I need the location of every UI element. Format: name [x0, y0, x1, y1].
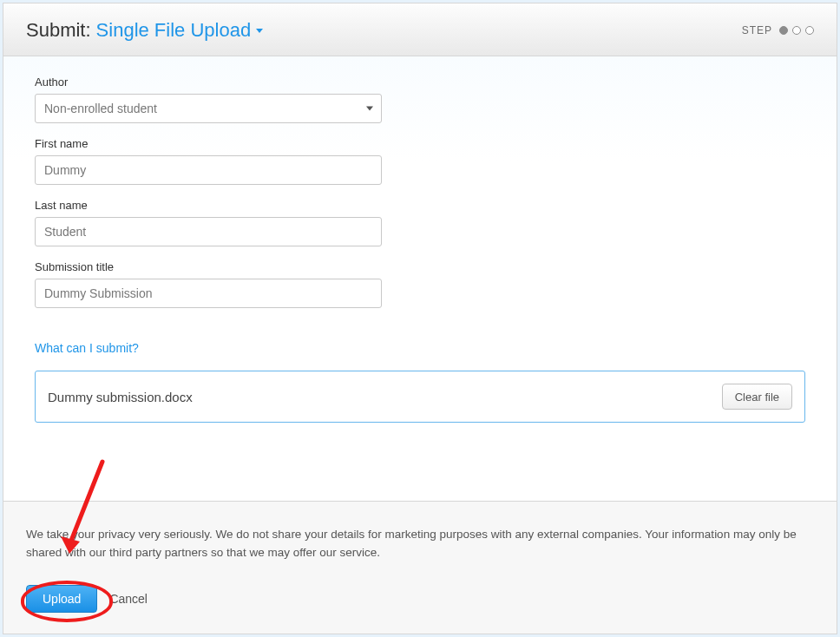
submission-title-group: Submission title [35, 260, 382, 308]
step-dots [779, 26, 814, 35]
upload-button[interactable]: Upload [26, 585, 97, 613]
last-name-label: Last name [35, 199, 382, 212]
help-link[interactable]: What can I submit? [35, 341, 139, 355]
privacy-text: We take your privacy very seriously. We … [26, 526, 814, 562]
selected-file-box: Dummy submission.docx Clear file [35, 371, 805, 423]
mode-label: Single File Upload [96, 19, 252, 42]
step-dot-2 [792, 26, 801, 35]
panel-body: Author Non-enrolled student First name L… [3, 56, 837, 501]
step-dot-3 [805, 26, 814, 35]
submission-title-label: Submission title [35, 260, 382, 273]
first-name-label: First name [35, 137, 382, 150]
cancel-button[interactable]: Cancel [109, 592, 148, 606]
author-group: Author Non-enrolled student [35, 76, 382, 123]
footer-actions: Upload Cancel [26, 585, 814, 613]
submission-title-input[interactable] [35, 279, 382, 308]
step-label: STEP [742, 24, 772, 36]
header-title: Submit: Single File Upload [26, 19, 263, 42]
first-name-input[interactable] [35, 155, 382, 185]
last-name-group: Last name [35, 199, 382, 246]
clear-file-button[interactable]: Clear file [722, 384, 792, 410]
step-dot-1 [779, 26, 788, 35]
mode-dropdown[interactable]: Single File Upload [96, 19, 264, 42]
author-select[interactable]: Non-enrolled student [35, 94, 382, 123]
panel-footer: We take your privacy very seriously. We … [3, 501, 837, 634]
caret-down-icon [256, 29, 263, 33]
first-name-group: First name [35, 137, 382, 185]
last-name-input[interactable] [35, 217, 382, 246]
title-prefix: Submit: [26, 19, 91, 42]
panel-header: Submit: Single File Upload STEP [3, 3, 837, 56]
selected-filename: Dummy submission.docx [48, 390, 193, 404]
author-label: Author [35, 76, 382, 89]
submission-panel: Submit: Single File Upload STEP Author N… [3, 3, 837, 634]
step-indicator: STEP [742, 24, 814, 36]
